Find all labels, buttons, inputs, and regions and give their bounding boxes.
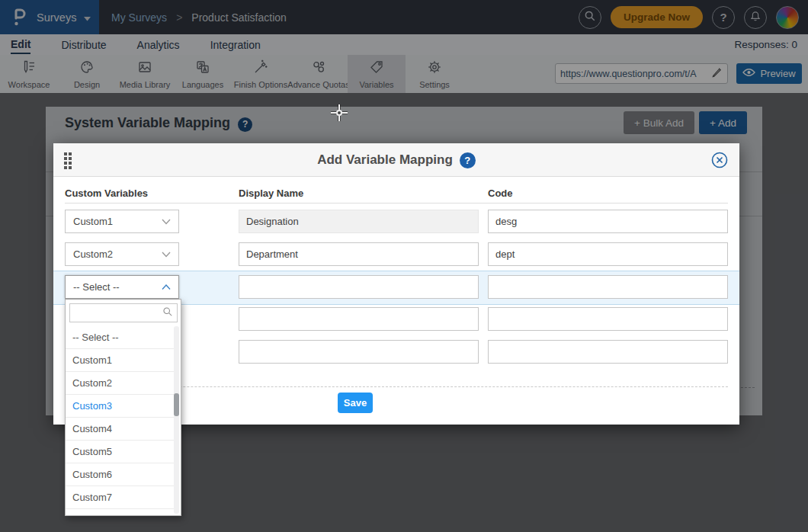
column-header-display-name: Display Name <box>239 187 303 199</box>
dropdown-option-list: -- Select -- Custom1 Custom2 Custom3 Cus… <box>66 326 181 517</box>
custom-variable-select-row3-open[interactable]: -- Select -- <box>65 275 179 299</box>
custom-variable-select-row2[interactable]: Custom2 <box>65 242 179 266</box>
code-input-row3[interactable] <box>488 275 728 299</box>
close-icon[interactable] <box>711 152 728 168</box>
option-custom6[interactable]: Custom6 <box>66 463 175 486</box>
dropdown-search-box <box>69 303 178 322</box>
select-value: -- Select -- <box>73 281 120 293</box>
app-screen: Surveys My Surveys > Product Satisfactio… <box>0 0 808 532</box>
modal-help-icon[interactable]: ? <box>460 152 476 168</box>
search-icon <box>162 306 173 320</box>
modal-title: Add Variable Mapping <box>317 152 453 168</box>
header-rule <box>65 203 728 204</box>
chevron-down-icon <box>162 216 171 227</box>
display-name-input-row4[interactable] <box>239 307 479 331</box>
option-custom2[interactable]: Custom2 <box>66 372 175 395</box>
select-value: Custom2 <box>73 248 113 260</box>
chevron-down-icon <box>162 248 171 260</box>
dropdown-search-input[interactable] <box>74 308 162 319</box>
dropdown-scrollbar-track[interactable] <box>174 326 179 514</box>
code-input-row4[interactable] <box>488 307 728 331</box>
display-name-input-row1[interactable] <box>239 210 479 233</box>
column-header-custom-variables: Custom Variables <box>65 187 148 199</box>
option-custom1[interactable]: Custom1 <box>66 349 175 372</box>
select-value: Custom1 <box>73 216 113 227</box>
option-select[interactable]: -- Select -- <box>66 326 175 349</box>
code-input-row5[interactable] <box>488 340 728 364</box>
code-input-row2[interactable] <box>488 242 728 266</box>
modal-header: Add Variable Mapping ? <box>53 143 739 177</box>
custom-variable-dropdown: -- Select -- Custom1 Custom2 Custom3 Cus… <box>65 299 181 516</box>
add-variable-mapping-modal: Add Variable Mapping ? Custom Variables … <box>53 143 739 425</box>
column-header-code: Code <box>488 187 513 199</box>
display-name-input-row5[interactable] <box>239 340 479 364</box>
option-custom4[interactable]: Custom4 <box>66 418 175 441</box>
option-custom7[interactable]: Custom7 <box>66 486 175 509</box>
save-button[interactable]: Save <box>338 393 373 413</box>
display-name-input-row2[interactable] <box>239 242 479 266</box>
chevron-up-icon <box>162 281 171 293</box>
custom-variable-select-row1[interactable]: Custom1 <box>65 210 179 233</box>
code-input-row1[interactable] <box>488 210 728 233</box>
display-name-input-row3[interactable] <box>239 275 479 299</box>
option-custom5[interactable]: Custom5 <box>66 441 175 463</box>
option-partial[interactable] <box>66 509 175 517</box>
dropdown-scrollbar-thumb[interactable] <box>174 393 179 416</box>
option-custom3[interactable]: Custom3 <box>66 395 175 418</box>
